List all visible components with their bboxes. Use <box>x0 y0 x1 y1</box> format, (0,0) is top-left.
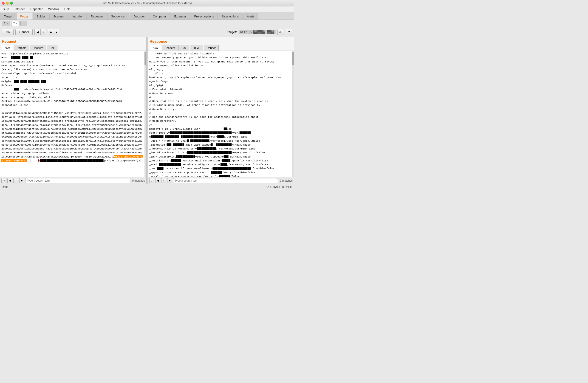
tab-extender[interactable]: Extender <box>170 13 190 20</box>
tab-repeater[interactable]: Repeater <box>87 13 107 20</box>
response-search-input[interactable] <box>173 178 278 183</box>
menu-burp[interactable]: Burp <box>2 7 10 11</box>
response-search-forward[interactable]: ▶ <box>167 178 172 183</box>
nav-next-dropdown-button[interactable]: ▾ <box>54 29 59 35</box>
response-search-matches: 0 matches <box>279 179 293 182</box>
request-tab-raw[interactable]: Raw <box>2 45 13 51</box>
nav-prev-dropdown-button[interactable]: ▾ <box>41 29 46 35</box>
menu-help[interactable]: Help <box>63 7 71 11</box>
tab-alerts[interactable]: Alerts <box>243 13 258 20</box>
sub-tab-1-close[interactable]: ✕ <box>6 22 8 24</box>
tab-sequencer[interactable]: Sequencer <box>107 13 129 20</box>
tab-project-options[interactable]: Project options <box>190 13 218 20</box>
request-content-area: POST /ajax/email/template/preview HTTP/1… <box>0 51 146 177</box>
status-bar: Done 8,431 bytes | 80 millis <box>0 184 294 189</box>
response-search-next[interactable]: + <box>161 178 166 183</box>
request-tab-headers[interactable]: Headers <box>30 45 46 51</box>
tab-target[interactable]: Target <box>0 13 16 20</box>
request-search-next[interactable]: + <box>13 178 18 183</box>
request-tabs: Raw Params Headers Hex <box>2 45 145 51</box>
response-help-button[interactable]: ? <box>149 178 154 183</box>
response-search-bar: ? ◀ + ▶ 0 matches <box>148 177 294 184</box>
response-tabs: Raw Headers Hex HTML Render <box>150 45 292 51</box>
title-bar: Burp Suite Professional v1.7.32 - Tempor… <box>0 0 294 6</box>
response-tab-raw[interactable]: Raw <box>150 45 161 51</box>
toolbar: Go Cancel ◀ ▾ ▶ ▾ Target: http://▓▓▓▓▓▓▓… <box>0 27 294 37</box>
request-tab-hex[interactable]: Hex <box>47 45 57 51</box>
target-value: http://▓▓▓▓▓▓▓ ▓▓▓▓ <box>239 30 276 34</box>
request-title: Request <box>2 39 145 45</box>
request-tab-params[interactable]: Params <box>14 45 29 51</box>
sub-tab-2[interactable]: 2 ✕ <box>11 21 20 26</box>
nav-prev-button[interactable]: ◀ <box>35 29 41 35</box>
request-scrollbar[interactable] <box>145 51 146 177</box>
menu-repeater[interactable]: Repeater <box>29 7 43 11</box>
response-panel-header: Response Raw Headers Hex HTML Render <box>148 37 294 51</box>
tab-intruder[interactable]: Intruder <box>68 13 86 20</box>
response-scrollbar[interactable] <box>292 51 294 177</box>
request-content[interactable]: POST /ajax/email/template/preview HTTP/1… <box>0 51 145 177</box>
tab-spider[interactable]: Spider <box>33 13 49 20</box>
response-panel: Response Raw Headers Hex HTML Render <di… <box>148 37 294 184</box>
cancel-button[interactable]: Cancel <box>15 29 32 35</box>
go-button[interactable]: Go <box>2 29 14 35</box>
tab-scanner[interactable]: Scanner <box>49 13 68 20</box>
main-content: Request Raw Params Headers Hex POST /aja… <box>0 37 294 184</box>
minimize-button[interactable] <box>6 2 9 5</box>
sub-tab-2-close[interactable]: ✕ <box>16 22 18 24</box>
sub-tab-2-label: 2 <box>13 22 15 25</box>
sub-tab-1[interactable]: 1 ✕ <box>2 21 10 26</box>
response-content[interactable]: <div id="html-source" class="hidden"> Yo… <box>148 51 292 177</box>
request-panel-header: Request Raw Params Headers Hex <box>0 37 146 51</box>
maximize-button[interactable] <box>10 2 13 5</box>
status-text: Done <box>2 185 8 188</box>
edit-icon[interactable]: ✏ <box>277 29 284 35</box>
response-title: Response <box>150 39 292 45</box>
request-search-input[interactable] <box>25 178 130 183</box>
tab-proxy[interactable]: Proxy <box>16 13 32 20</box>
response-search-prev[interactable]: ◀ <box>155 178 160 183</box>
tab-user-options[interactable]: User options <box>218 13 243 20</box>
request-search-bar: ? ◀ + ▶ 0 matches <box>0 177 146 184</box>
menu-window[interactable]: Window <box>47 7 60 11</box>
request-help-button[interactable]: ? <box>1 178 6 183</box>
tab-comparer[interactable]: Comparer <box>149 13 170 20</box>
main-tab-bar: Target Proxy Spider Scanner Intruder Rep… <box>0 12 294 20</box>
menu-intruder[interactable]: Intruder <box>14 7 26 11</box>
request-scrollbar-thumb <box>145 52 146 65</box>
status-info: 8,431 bytes | 80 millis <box>266 185 292 188</box>
request-search-matches: 0 matches <box>131 179 145 182</box>
request-search-forward[interactable]: ▶ <box>19 178 24 183</box>
sub-tab-more[interactable]: ... <box>21 21 27 26</box>
sub-tab-1-label: 1 <box>4 22 5 25</box>
response-tab-hex[interactable]: Hex <box>178 45 189 51</box>
help-icon[interactable]: ? <box>286 29 292 35</box>
tab-decoder[interactable]: Decoder <box>129 13 149 20</box>
close-button[interactable] <box>2 2 5 5</box>
window-title: Burp Suite Professional v1.7.32 - Tempor… <box>102 2 192 5</box>
response-tab-headers[interactable]: Headers <box>162 45 178 51</box>
sub-tab-bar: 1 ✕ 2 ✕ ... <box>0 20 294 27</box>
nav-next-button[interactable]: ▶ <box>48 29 54 35</box>
request-search-prev[interactable]: ◀ <box>7 178 12 183</box>
request-panel: Request Raw Params Headers Hex POST /aja… <box>0 37 147 184</box>
nav-prev-group: ◀ ▾ <box>34 29 46 35</box>
menu-bar: Burp Intruder Repeater Window Help <box>0 6 294 12</box>
nav-next-group: ▶ ▾ <box>48 29 59 35</box>
target-label: Target: <box>227 30 237 34</box>
response-content-area: <div id="html-source" class="hidden"> Yo… <box>148 51 294 177</box>
window-controls <box>2 2 13 5</box>
response-tab-render[interactable]: Render <box>204 45 219 51</box>
response-scrollbar-thumb <box>292 52 294 65</box>
response-tab-html[interactable]: HTML <box>190 45 203 51</box>
